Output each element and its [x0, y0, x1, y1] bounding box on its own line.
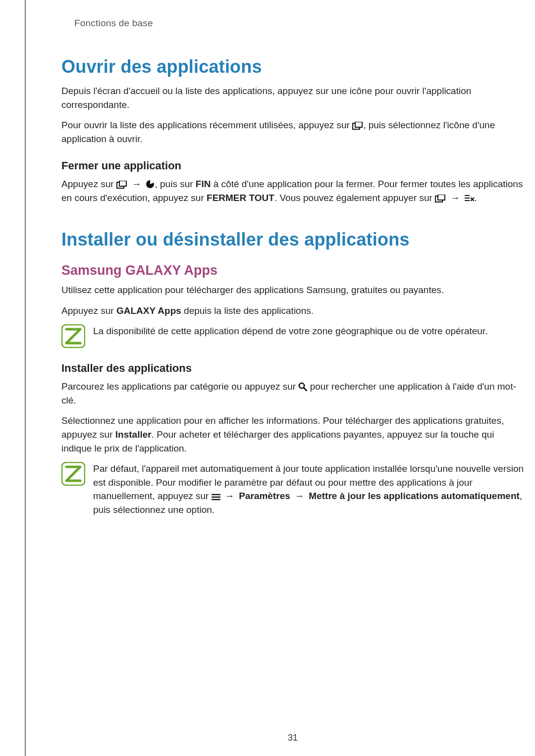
text-fragment: Appuyez sur	[61, 179, 116, 189]
arrow-icon: →	[293, 489, 306, 503]
bold-text-fin: FIN	[196, 179, 211, 189]
svg-rect-3	[119, 181, 126, 186]
note-icon	[61, 324, 85, 348]
body-paragraph: Appuyez sur GALAXY Apps depuis la liste …	[61, 304, 524, 318]
search-icon	[298, 382, 307, 391]
text-fragment: , puis sur	[155, 179, 195, 189]
text-fragment: Parcourez les applications par catégorie…	[61, 381, 298, 392]
body-paragraph: Sélectionnez une application pour en aff…	[61, 414, 524, 455]
note-block: Par défaut, l'appareil met automatiqueme…	[61, 462, 524, 516]
text-fragment: Pour ouvrir la liste des applications ré…	[61, 120, 352, 130]
body-paragraph: Appuyez sur → , puis sur FIN à côté d'un…	[61, 177, 524, 204]
bold-text-maj-auto: Mettre à jour les applications automatiq…	[309, 491, 519, 501]
note-text: Par défaut, l'appareil met automatiqueme…	[93, 462, 524, 516]
note-text: La disponibilité de cette application dé…	[93, 324, 487, 338]
menu-icon	[212, 494, 220, 501]
minor-title-close-app: Fermer une application	[61, 159, 524, 172]
text-fragment: . Vous pouvez également appuyer sur	[274, 193, 435, 203]
manual-page: Fonctions de base Ouvrir des application…	[25, 0, 535, 756]
svg-rect-1	[355, 122, 362, 127]
recent-apps-icon	[116, 181, 127, 189]
bold-text-parametres: Paramètres	[239, 491, 290, 501]
arrow-icon: →	[130, 177, 143, 191]
arrow-icon: →	[223, 489, 236, 503]
body-paragraph: Depuis l'écran d'accueil ou la liste des…	[61, 84, 524, 111]
text-fragment: Appuyez sur	[61, 305, 116, 316]
close-all-icon	[465, 195, 475, 202]
bold-text-fermer-tout: FERMER TOUT	[207, 193, 274, 203]
text-fragment: .	[475, 193, 477, 203]
sub-title-galaxy-apps: Samsung GALAXY Apps	[61, 263, 524, 278]
recent-apps-icon	[352, 122, 363, 130]
note-block: La disponibilité de cette application dé…	[61, 324, 524, 348]
section-title-install-apps: Installer ou désinstaller des applicatio…	[61, 229, 524, 250]
svg-rect-6	[438, 195, 445, 200]
bold-text-installer: Installer	[115, 429, 152, 440]
minor-title-install-apps: Installer des applications	[61, 362, 524, 375]
body-paragraph: Utilisez cette application pour téléchar…	[61, 283, 524, 297]
section-title-open-apps: Ouvrir des applications	[61, 56, 524, 77]
chapter-header: Fonctions de base	[74, 18, 524, 29]
arrow-icon: →	[448, 191, 462, 205]
note-icon	[61, 462, 85, 486]
body-paragraph: Parcourez les applications par catégorie…	[61, 380, 524, 407]
body-paragraph: Pour ouvrir la liste des applications ré…	[61, 118, 524, 146]
task-manager-icon	[146, 180, 155, 189]
svg-line-14	[304, 388, 307, 391]
text-fragment: depuis la liste des applications.	[181, 305, 314, 316]
recent-apps-icon	[435, 195, 446, 202]
bold-text-galaxy-apps: GALAXY Apps	[116, 305, 181, 316]
page-number: 31	[26, 733, 535, 743]
